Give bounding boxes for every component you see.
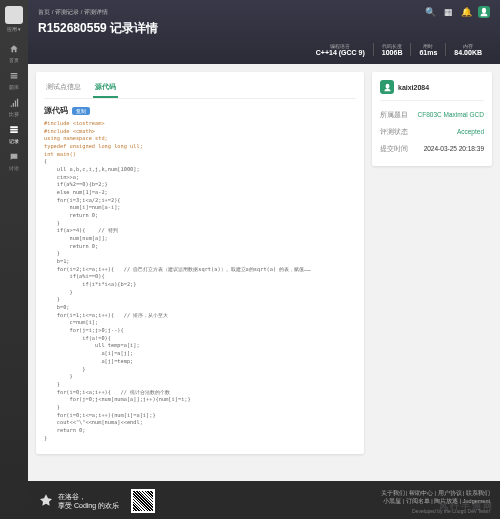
nav-discuss[interactable]: 讨论	[0, 148, 28, 175]
source-code[interactable]: #include <iostream> #include <cmath> usi…	[44, 120, 356, 442]
list-icon	[9, 71, 19, 81]
author-avatar	[380, 80, 394, 94]
page-title: R152680559 记录详情	[38, 20, 490, 37]
nav-home[interactable]: 首页	[0, 40, 28, 67]
sidebar: 应用 ▾ 首页 题库 比赛 记录 讨论	[0, 0, 28, 519]
nav-problems[interactable]: 题库	[0, 67, 28, 94]
link-about[interactable]: 关于我们	[381, 490, 405, 496]
link-terms[interactable]: 用户协议	[438, 490, 462, 496]
page-header: 首页 / 评测记录 / 评测详情 🔍 ▦ 🔔 R152680559 记录详情 编…	[28, 0, 500, 64]
info-status: 评测状态Accepted	[380, 124, 484, 141]
crumb-0[interactable]: 首页	[38, 9, 50, 15]
signal-icon	[9, 98, 19, 108]
nav-contest[interactable]: 比赛	[0, 94, 28, 121]
footer-dev: Developed by the Luogu Dev Team	[381, 508, 491, 516]
crumb-2: 评测详情	[84, 9, 108, 15]
author-name: kaixi2084	[398, 84, 429, 91]
chat-icon	[9, 152, 19, 162]
nav-record[interactable]: 记录	[0, 121, 28, 148]
tab-source[interactable]: 源代码	[93, 78, 118, 98]
source-heading: 源代码	[44, 105, 68, 116]
footer-sub: 小黑屋 | 订阅名单 | 陶片放逐 | Judgement	[381, 497, 491, 505]
link-help[interactable]: 帮助中心	[409, 490, 433, 496]
main-card: 测试点信息 源代码 源代码 复制 #include <iostream> #in…	[36, 72, 364, 454]
info-time: 提交时间2024-03-25 20:18:39	[380, 141, 484, 158]
home-icon	[9, 44, 19, 54]
user-menu[interactable]: 应用 ▾	[7, 26, 21, 32]
grid-icon[interactable]: ▦	[442, 6, 454, 18]
bell-icon[interactable]: 🔔	[460, 6, 472, 18]
record-icon	[9, 125, 19, 135]
footer-logo-icon	[38, 493, 54, 509]
author[interactable]: kaixi2084	[380, 80, 484, 101]
crumb-1[interactable]: 评测记录	[55, 9, 79, 15]
info-panel: kaixi2084 所属题目CF803C Maximal GCD 评测状态Acc…	[372, 72, 492, 166]
copy-button[interactable]: 复制	[72, 107, 90, 115]
tab-testcase[interactable]: 测试点信息	[44, 78, 83, 98]
info-problem: 所属题目CF803C Maximal GCD	[380, 107, 484, 124]
stats: 编程语言C++14 (GCC 9) 代码长度1006B 用时61ms 内存84.…	[38, 43, 490, 56]
tabs: 测试点信息 源代码	[44, 78, 356, 99]
site-logo[interactable]	[5, 6, 23, 24]
avatar[interactable]	[478, 6, 490, 18]
qr-code[interactable]	[131, 489, 155, 513]
breadcrumb: 首页 / 评测记录 / 评测详情	[38, 8, 108, 17]
link-contact[interactable]: 联系我们	[466, 490, 490, 496]
footer: 在洛谷，享受 Coding 的欢乐 关于我们 | 帮助中心 | 用户协议 | 联…	[28, 481, 500, 519]
slogan: 在洛谷，享受 Coding 的欢乐	[58, 492, 119, 510]
search-icon[interactable]: 🔍	[424, 6, 436, 18]
